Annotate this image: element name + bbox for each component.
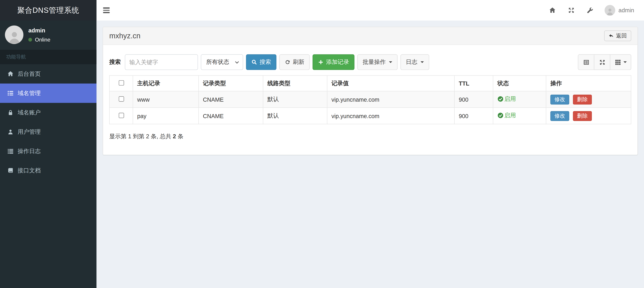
delete-button[interactable]: 删除 [573,111,592,121]
sidebar-item-label: 后台首页 [18,70,40,78]
search-button-label: 搜索 [260,58,271,66]
person-icon [7,30,21,44]
user-status: Online [28,37,50,43]
user-status-label: Online [35,37,50,43]
sidebar-item-label: 域名账户 [18,109,40,116]
navbar-username: admin [618,7,634,14]
log-icon [6,148,14,155]
navbar-avatar [604,5,615,16]
toggle-pagination-button[interactable] [578,54,594,70]
check-circle-icon [498,112,504,119]
sidebar-toggle-button[interactable] [96,0,116,21]
top-navbar: admin [96,0,644,21]
add-record-button[interactable]: 添加记录 [312,54,354,70]
fullscreen-icon [599,59,605,65]
table-header-row: 主机记录 记录类型 线路类型 记录值 TTL 状态 操作 [110,75,631,91]
list-alt-icon [583,59,589,65]
sidebar-item-domains[interactable]: 域名管理 [0,83,96,103]
status-label: 启用 [504,112,516,119]
list-icon [6,90,14,96]
cell-ttl: 900 [454,107,493,124]
home-icon[interactable] [543,0,562,21]
content-area: mxhyz.cn 返回 搜索 所有状态 [96,21,644,288]
user-avatar [5,26,23,44]
row-checkbox[interactable] [118,113,124,118]
cell-ttl: 900 [454,91,493,107]
sidebar-item-users[interactable]: 用户管理 [0,122,96,141]
cell-line: 默认 [263,107,327,124]
sidebar-item-label: 操作日志 [18,148,40,155]
sidebar-item-domain-accounts[interactable]: 域名账户 [0,103,96,122]
app-window: 聚合DNS管理系统 admin Online 功能导航 后台 [0,0,644,288]
lock-icon [6,109,14,116]
col-header-ttl: TTL [454,75,493,91]
edit-button[interactable]: 修改 [550,111,569,121]
sidebar-menu: 后台首页 域名管理 域 [0,64,96,180]
sidebar-item-label: 域名管理 [18,90,40,97]
dns-records-table: 主机记录 记录类型 线路类型 记录值 TTL 状态 操作 [109,75,631,124]
caret-down-icon [623,61,626,63]
refresh-icon [284,59,290,65]
status-badge: 启用 [498,95,516,103]
user-icon [6,129,14,135]
log-dropdown-label: 日志 [406,58,418,66]
table-row: pay CNAME 默认 vip.yuncname.com 900 [110,107,631,124]
cell-type: CNAME [198,107,263,124]
col-header-value: 记录值 [327,75,454,91]
app-logo-title: 聚合DNS管理系统 [0,0,96,21]
log-dropdown[interactable]: 日志 [400,54,429,70]
col-header-line: 线路类型 [263,75,327,91]
summary-prefix: 显示第 1 到第 2 条, 总共 [109,133,173,139]
cell-line: 默认 [263,91,327,107]
sidebar-nav-header: 功能导航 [0,50,96,64]
columns-grid-icon [615,59,621,65]
delete-button[interactable]: 删除 [573,94,592,104]
cell-value: vip.yuncname.com [327,107,454,124]
sidebar-item-api-docs[interactable]: 接口文档 [0,161,96,180]
search-label: 搜索 [109,58,121,66]
status-filter-select[interactable]: 所有状态 [201,54,243,70]
summary-suffix: 条 [176,133,184,139]
search-icon [252,59,257,65]
sidebar-user-panel: admin Online [0,21,96,50]
status-label: 启用 [504,95,516,103]
back-button-label: 返回 [616,32,627,40]
home-icon [6,71,14,77]
sidebar-item-dashboard[interactable]: 后台首页 [0,64,96,83]
row-checkbox[interactable] [118,96,124,101]
col-header-actions: 操作 [546,75,631,91]
wrench-icon[interactable] [581,0,600,21]
columns-dropdown-button[interactable] [610,54,631,70]
navbar-right: admin [543,0,644,21]
plus-icon [318,59,324,65]
fullscreen-table-button[interactable] [594,54,610,70]
sidebar-item-logs[interactable]: 操作日志 [0,141,96,161]
panel-header: mxhyz.cn 返回 [103,27,638,45]
cell-host: www [133,91,198,107]
status-badge: 启用 [498,112,516,119]
caret-down-icon [389,61,392,63]
main-area: admin mxhyz.cn 返回 [96,0,644,288]
navbar-user-menu[interactable]: admin [600,5,634,16]
table-row: www CNAME 默认 vip.yuncname.com 900 [110,91,631,107]
refresh-button[interactable]: 刷新 [279,54,310,70]
caret-down-icon [420,61,424,63]
col-header-type: 记录类型 [198,75,263,91]
cell-value: vip.yuncname.com [327,91,454,107]
col-header-host: 主机记录 [133,75,198,91]
search-input[interactable] [125,54,198,70]
summary-total: 2 [173,133,176,139]
refresh-button-label: 刷新 [293,58,304,66]
domain-records-panel: mxhyz.cn 返回 搜索 所有状态 [103,27,638,155]
edit-button[interactable]: 修改 [550,94,569,104]
batch-actions-dropdown[interactable]: 批量操作 [358,54,398,70]
search-button[interactable]: 搜索 [246,54,276,70]
status-filter-value: 所有状态 [206,58,229,66]
back-button[interactable]: 返回 [604,30,631,41]
sidebar-item-label: 接口文档 [18,167,40,174]
fullscreen-icon[interactable] [562,0,581,21]
batch-actions-label: 批量操作 [362,58,386,66]
select-all-checkbox[interactable] [118,80,124,85]
online-dot-icon [28,38,32,41]
sidebar-item-label: 用户管理 [18,128,40,135]
